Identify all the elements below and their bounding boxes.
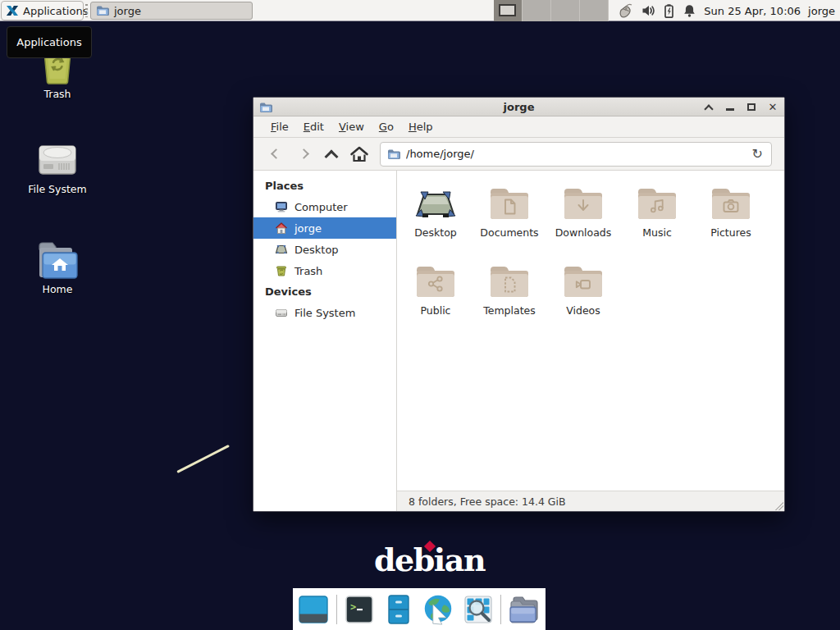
toolbar: ↻ — [253, 138, 784, 171]
window-folder-icon — [259, 101, 272, 116]
maximize-button[interactable] — [746, 102, 756, 113]
forward-button[interactable] — [290, 142, 317, 167]
username-label[interactable]: jorge — [808, 5, 835, 17]
desktop-icon-label: Home — [13, 283, 102, 295]
sidebar-item-trash[interactable]: Trash — [253, 260, 396, 281]
resize-grip[interactable] — [774, 500, 783, 510]
menu-help[interactable]: Help — [401, 121, 441, 133]
web-browser-globe-icon — [421, 591, 455, 628]
desktop: Applications jorge — [0, 0, 840, 630]
wallpaper-line-artifact — [176, 445, 230, 473]
desktop-special-icon — [399, 177, 472, 221]
file-cabinet-icon — [382, 593, 415, 626]
folder-item-pictures[interactable]: Pictures — [694, 177, 768, 239]
drive-mini-icon — [275, 306, 288, 319]
status-text: 8 folders, Free space: 14.4 GiB — [409, 495, 566, 508]
share-emblem-folder-icon — [399, 255, 472, 299]
file-cabinet-launcher[interactable] — [382, 592, 416, 627]
desktop-icon-label: Trash — [13, 88, 102, 100]
app-finder-launcher[interactable] — [461, 592, 495, 627]
terminal-launcher[interactable]: > — [343, 592, 377, 627]
up-button[interactable] — [317, 142, 345, 167]
shade-button[interactable] — [704, 102, 714, 113]
battery-icon[interactable] — [663, 3, 675, 19]
folder-item-videos[interactable]: Videos — [546, 255, 620, 317]
workspace-window-thumb — [499, 4, 516, 16]
xfce-logo-icon — [5, 3, 20, 18]
applications-menu-button[interactable]: Applications — [1, 1, 84, 21]
menu-go[interactable]: Go — [372, 121, 401, 133]
workspace-1[interactable] — [494, 0, 523, 21]
workspace-3[interactable] — [551, 0, 580, 21]
menu-view[interactable]: View — [331, 121, 372, 133]
path-folder-icon — [387, 148, 400, 160]
sidebar-item-jorge[interactable]: jorge — [253, 217, 396, 239]
desktop-icon-label: File System — [13, 183, 102, 195]
home-icon — [349, 145, 369, 163]
clock[interactable]: Sun 25 Apr, 10:06 — [704, 5, 801, 17]
folder-item-downloads[interactable]: Downloads — [546, 177, 620, 239]
folder-item-music[interactable]: Music — [620, 177, 694, 239]
trash-mini-icon — [275, 264, 288, 277]
show-desktop-launcher[interactable] — [297, 592, 331, 627]
svg-text:>: > — [350, 601, 356, 613]
address-input[interactable] — [406, 148, 751, 160]
debian-wordmark: debian — [374, 541, 485, 578]
back-button[interactable] — [262, 142, 290, 167]
home-red-icon — [275, 221, 288, 235]
download-emblem-folder-icon — [546, 177, 620, 221]
music-emblem-folder-icon — [620, 177, 694, 221]
applications-menu-label: Applications — [23, 5, 88, 17]
sidebar-item-file-system[interactable]: File System — [253, 302, 396, 323]
directory-menu-launcher[interactable] — [507, 592, 541, 627]
tooltip-text: Applications — [16, 36, 81, 48]
folder-item-public[interactable]: Public — [399, 255, 472, 317]
volume-icon[interactable] — [641, 3, 655, 18]
statusbar: 8 folders, Free space: 14.4 GiB — [397, 491, 784, 511]
desktop-icon-home[interactable]: Home — [13, 240, 102, 295]
home-button[interactable] — [345, 142, 373, 167]
applications-tooltip: Applications — [7, 26, 92, 58]
dock-panel: > — [293, 588, 546, 630]
location-bar[interactable]: ↻ — [380, 142, 772, 167]
panel-handle[interactable] — [85, 4, 88, 17]
template-emblem-folder-icon — [472, 255, 546, 299]
desktop-mini-icon — [275, 243, 288, 256]
folder-item-desktop[interactable]: Desktop — [399, 177, 472, 239]
dock-separator — [500, 595, 501, 624]
menu-file[interactable]: File — [263, 121, 296, 133]
camera-emblem-folder-icon — [694, 177, 768, 221]
minimize-button[interactable] — [725, 102, 735, 113]
folder-icon — [96, 5, 109, 16]
close-button[interactable]: ✕ — [768, 102, 778, 113]
workspace-2[interactable] — [523, 0, 551, 21]
titlebar[interactable]: jorge ✕ — [253, 98, 784, 116]
sidebar-item-desktop[interactable]: Desktop — [253, 239, 396, 260]
taskbar-window-button[interactable]: jorge — [90, 2, 253, 20]
file-manager-window: jorge ✕ File Edit View Go Help — [253, 97, 785, 512]
web-browser-launcher[interactable] — [421, 592, 455, 627]
directory-menu-folder-icon — [507, 593, 541, 626]
hard-drive-icon — [13, 138, 102, 180]
reload-icon[interactable]: ↻ — [751, 148, 765, 161]
terminal-icon: > — [343, 593, 376, 626]
folder-view[interactable]: Desktop — [397, 171, 784, 491]
document-emblem-folder-icon — [472, 177, 546, 221]
system-tray: Sun 25 Apr, 10:06 jorge — [618, 0, 840, 21]
folder-item-templates[interactable]: Templates — [472, 255, 546, 317]
desktop-icon-file-system[interactable]: File System — [13, 138, 102, 195]
workspace-4[interactable] — [580, 0, 609, 21]
sidebar: Places Computer — [253, 171, 397, 511]
notification-bell-icon[interactable] — [682, 3, 696, 18]
sidebar-places-header: Places — [253, 176, 396, 196]
computer-icon — [275, 200, 288, 213]
sidebar-item-computer[interactable]: Computer — [253, 196, 396, 217]
app-finder-icon — [462, 593, 495, 626]
home-folder-icon — [13, 240, 102, 281]
workspace-switcher[interactable] — [494, 0, 609, 21]
video-emblem-folder-icon — [546, 255, 620, 299]
taskbar-window-label: jorge — [114, 5, 141, 17]
menu-edit[interactable]: Edit — [296, 121, 331, 133]
folder-item-documents[interactable]: Documents — [472, 177, 546, 239]
mouse-tray-icon[interactable] — [618, 3, 633, 19]
